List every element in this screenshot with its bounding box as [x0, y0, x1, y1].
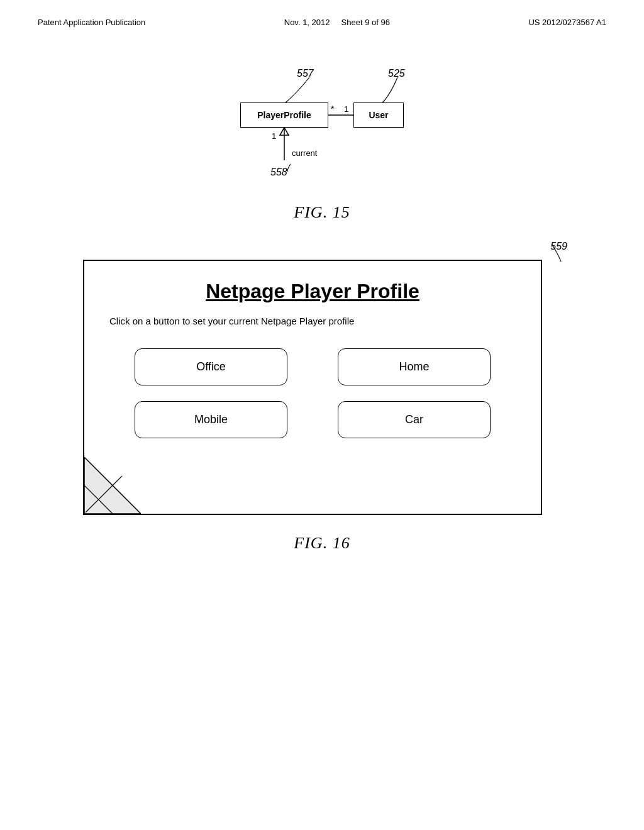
netpage-player-profile-card: Netpage Player Profile Click on a button…: [83, 260, 542, 515]
patent-header: Patent Application Publication Nov. 1, 2…: [0, 0, 644, 27]
svg-text:current: current: [292, 148, 318, 158]
fig15-diagram: * 1 1 current 557 525 558 PlayerProfile …: [190, 65, 454, 191]
car-button[interactable]: Car: [338, 401, 491, 438]
pub-date: Nov. 1, 2012: [284, 18, 330, 27]
playerprofile-label: PlayerProfile: [257, 110, 311, 120]
home-button[interactable]: Home: [338, 348, 491, 385]
patent-number: US 2012/0273567 A1: [528, 18, 606, 27]
ref-525: 525: [388, 68, 405, 79]
fig16-section: 559 Netpage Player Profile Click on a bu…: [0, 260, 644, 553]
uml-user-box: User: [353, 102, 404, 128]
user-label: User: [369, 110, 388, 120]
header-left: Patent Application Publication: [38, 18, 145, 27]
publication-label: Patent Application Publication: [38, 18, 145, 27]
office-button[interactable]: Office: [135, 348, 287, 385]
header-right: US 2012/0273567 A1: [528, 18, 606, 27]
uml-playerprofile-box: PlayerProfile: [240, 102, 328, 128]
corner-fold-decoration: [84, 457, 141, 514]
header-center: Nov. 1, 2012 Sheet 9 of 96: [284, 18, 390, 27]
svg-marker-4: [280, 128, 289, 135]
fig15-label: FIG. 15: [294, 203, 350, 222]
ref-558: 558: [270, 167, 287, 178]
ref-557: 557: [297, 68, 314, 79]
svg-text:*: *: [331, 104, 335, 114]
svg-text:1: 1: [272, 131, 276, 141]
card-subtitle: Click on a button to set your current Ne…: [109, 316, 516, 326]
fig15-section: * 1 1 current 557 525 558 PlayerProfile …: [0, 65, 644, 222]
mobile-button[interactable]: Mobile: [135, 401, 287, 438]
sheet-info: Sheet 9 of 96: [341, 18, 390, 27]
profile-button-grid: Office Home Mobile Car: [109, 348, 516, 438]
fig16-label: FIG. 16: [294, 534, 350, 553]
fig16-container: 559 Netpage Player Profile Click on a bu…: [83, 260, 561, 515]
svg-text:1: 1: [344, 104, 348, 114]
card-title: Netpage Player Profile: [109, 280, 516, 303]
